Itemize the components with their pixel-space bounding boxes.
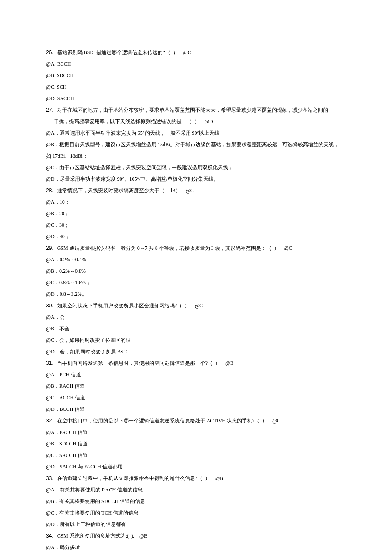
question-option: @D．0.8～3.2%。 <box>46 289 346 300</box>
question-option: @D．所有以上三种信道的信息都有 <box>46 519 346 530</box>
question-stem-cont: 干扰，提高频率复用率，以下天线选择原则描述错误的是：（ ） @D <box>46 116 346 127</box>
question-stem: 30. 如果空闲状态下手机用户改变所属小区会通知网络吗?（ ） @C <box>46 300 346 312</box>
option-text: @C．AGCH 信道 <box>46 395 85 401</box>
question-option: @A．通常选用水平面半功率波束宽度为 65°的天线，一般不采用 90°以上天线； <box>46 127 346 139</box>
question-stem: 29. GSM 通话质量根据误码率一般分为 0～7 共 8 个等级，若接收质量为… <box>46 243 346 254</box>
option-text: @D．尽量采用半功率波束宽度 90°、105°/中、高增益/单极化空间分集天线。 <box>46 176 219 182</box>
question-text: 对于在城区的地方，由于基站分布较密，要求单基站覆盖范围不能太大，希望尽量减少越区… <box>53 107 328 113</box>
question-stem: 28. 通常情况下，天线安装时要求隔离度至少大于（ dB） @C <box>46 185 346 197</box>
question-number: 28. <box>46 188 53 194</box>
option-text: @C．0.8%～1.6%； <box>46 280 91 286</box>
question-option: @D．SACCH 与 FACCH 信道都用 <box>46 461 346 473</box>
question-number: 29. <box>46 245 53 251</box>
question-option: @D．40； <box>46 231 346 243</box>
question-option: @A．0.2%～0.4% <box>46 254 346 266</box>
question-option: @B. SDCCH <box>46 70 346 81</box>
question-text: 基站识别码 BSIC 是通过哪个逻辑信道来传送的?（ ） @C <box>53 49 191 55</box>
question-option: @D．会，如果同时改变了所属 BSC <box>46 346 346 358</box>
question-option: @A．PCH 信道 <box>46 369 346 381</box>
option-text: @B．0.2%～0.8% <box>46 268 86 274</box>
option-text: @A．FACCH 信道 <box>46 429 88 435</box>
question-option: @B．有关其将要使用的 SDCCH 信道的信息 <box>46 496 346 507</box>
question-option: @C．0.8%～1.6%； <box>46 277 346 289</box>
option-text: @B．有关其将要使用的 SDCCH 信道的信息 <box>46 498 145 504</box>
question-option: @C. SCH <box>46 81 346 93</box>
option-text: @A．码分多址 <box>46 544 80 550</box>
option-text: @A．通常选用水平面半功率波束宽度为 65°的天线，一般不采用 90°以上天线； <box>46 130 225 136</box>
question-stem: 26. 基站识别码 BSIC 是通过哪个逻辑信道来传送的?（ ） @C <box>46 47 346 58</box>
question-text: GSM 系统所使用的多址方式为:( ). @B <box>53 533 147 539</box>
question-stem: 33. 在信道建立过程中，手机从立即指派命令中得到的是什么信息?（ ） @B <box>46 473 346 484</box>
question-text: 在信道建立过程中，手机从立即指派命令中得到的是什么信息?（ ） @B <box>53 475 223 481</box>
question-number: 33. <box>46 475 53 481</box>
option-text: @C．有关其将要使用的 TCH 信道的信息 <box>46 510 138 516</box>
option-text: @A. BCCH <box>46 61 71 67</box>
question-option: @A．有关其将要使用的 RACH 信道的信息 <box>46 484 346 496</box>
option-text: @C．30； <box>46 222 69 228</box>
option-text: @A．0.2%～0.4% <box>46 257 86 263</box>
option-text: @B．SDCCH 信道 <box>46 441 88 447</box>
option-text: @A．会 <box>46 314 65 320</box>
question-number: 31. <box>46 360 53 366</box>
question-text: 当手机向网络发送第一条信息时，其使用的空间逻辑信道是那一个?（ ） @B <box>53 360 233 366</box>
option-text: @B．不会 <box>46 326 69 332</box>
question-option: @B．0.2%～0.8% <box>46 266 346 277</box>
option-text: @B. SDCCH <box>46 72 74 78</box>
option-text: @B．根据目前天线型号，建议市区天线增益选用 15dBi。对于城市边缘的基站，如… <box>46 142 339 147</box>
question-option: @C．由于市区基站站址选择困难，天线安装空间受限，一般建议选用双极化天线； <box>46 162 346 173</box>
question-number: 27. <box>46 107 53 113</box>
question-option: @B．SDCCH 信道 <box>46 438 346 450</box>
question-option: @A．10； <box>46 197 346 208</box>
question-option: 如 17dBi、18dBi； <box>46 150 346 162</box>
question-stem: 27. 对于在城区的地方，由于基站分布较密，要求单基站覆盖范围不能太大，希望尽量… <box>46 104 346 116</box>
question-option: @A．会 <box>46 312 346 323</box>
question-number: 32. <box>46 418 53 424</box>
question-stem: 31. 当手机向网络发送第一条信息时，其使用的空间逻辑信道是那一个?（ ） @B <box>46 358 346 369</box>
option-text: @D．所有以上三种信道的信息都有 <box>46 521 126 527</box>
option-text: @B．RACH 信道 <box>46 383 85 389</box>
option-text: @C．由于市区基站站址选择困难，天线安装空间受限，一般建议选用双极化天线； <box>46 165 233 171</box>
option-text: @C. SCH <box>46 84 66 90</box>
question-option: @C．30； <box>46 220 346 231</box>
option-text: @A．PCH 信道 <box>46 372 81 378</box>
question-option: @C．AGCH 信道 <box>46 392 346 404</box>
question-number: 26. <box>46 49 53 55</box>
question-text-cont: 干扰，提高频率复用率，以下天线选择原则描述错误的是：（ ） @D <box>54 119 213 124</box>
option-text: @D．SACCH 与 FACCH 信道都用 <box>46 464 123 470</box>
question-text: 在空中接口中，使用的是以下哪一个逻辑信道发送系统信息给处于 ACTIVE 状态的… <box>53 418 280 424</box>
question-option: @D．BCCH 信道 <box>46 404 346 415</box>
option-text: 如 17dBi、18dBi； <box>46 153 88 159</box>
question-stem: 34. GSM 系统所使用的多址方式为:( ). @B <box>46 530 346 542</box>
question-option: @D. SACCH <box>46 93 346 104</box>
question-option: @C．SACCH 信道 <box>46 450 346 461</box>
question-number: 30. <box>46 303 53 309</box>
option-text: @D．40； <box>46 234 70 240</box>
option-text: @D．BCCH 信道 <box>46 406 85 412</box>
option-text: @D．0.8～3.2%。 <box>46 291 87 297</box>
question-option: @A．FACCH 信道 <box>46 427 346 438</box>
question-option: @C．有关其将要使用的 TCH 信道的信息 <box>46 507 346 519</box>
question-option: @B．不会 <box>46 323 346 335</box>
option-text: @D．会，如果同时改变了所属 BSC <box>46 349 127 355</box>
question-text: 如果空闲状态下手机用户改变所属小区会通知网络吗?（ ） @C <box>53 303 203 309</box>
question-option: @D．尽量采用半功率波束宽度 90°、105°/中、高增益/单极化空间分集天线。 <box>46 173 346 185</box>
question-number: 34. <box>46 533 53 539</box>
question-option: @B．RACH 信道 <box>46 381 346 392</box>
question-option: @A．码分多址 <box>46 542 346 553</box>
question-option: @B．根据目前天线型号，建议市区天线增益选用 15dBi。对于城市边缘的基站，如… <box>46 139 346 150</box>
question-text: GSM 通话质量根据误码率一般分为 0～7 共 8 个等级，若接收质量为 3 级… <box>53 245 292 251</box>
question-option: @C．会，如果同时改变了位置区的话 <box>46 335 346 346</box>
option-text: @C．SACCH 信道 <box>46 452 88 458</box>
question-option: @B．20； <box>46 208 346 220</box>
question-text: 通常情况下，天线安装时要求隔离度至少大于（ dB） @C <box>53 188 194 194</box>
question-option: @A. BCCH <box>46 58 346 70</box>
question-stem: 32. 在空中接口中，使用的是以下哪一个逻辑信道发送系统信息给处于 ACTIVE… <box>46 415 346 427</box>
option-text: @D. SACCH <box>46 95 74 101</box>
option-text: @A．10； <box>46 199 70 205</box>
option-text: @B．20； <box>46 211 69 217</box>
option-text: @C．会，如果同时改变了位置区的话 <box>46 337 131 343</box>
option-text: @A．有关其将要使用的 RACH 信道的信息 <box>46 487 143 493</box>
